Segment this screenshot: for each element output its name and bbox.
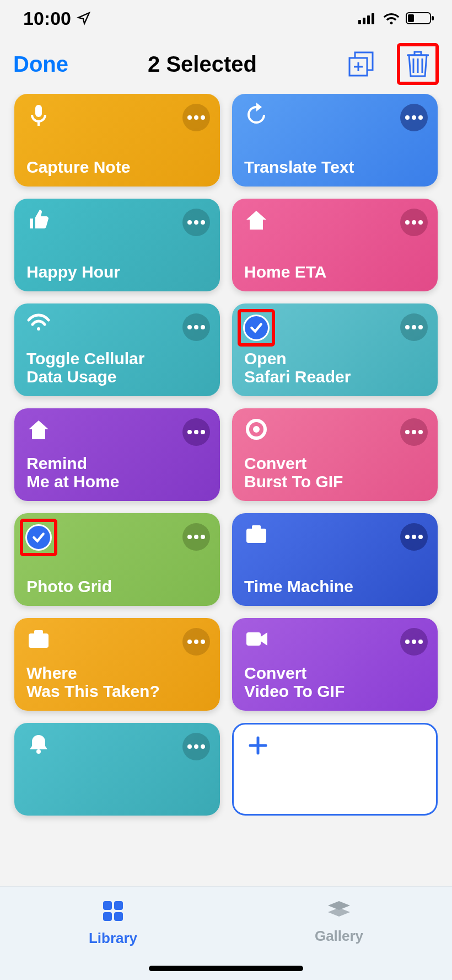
svg-rect-30	[103, 901, 112, 910]
nav-title: 2 Selected	[57, 52, 347, 77]
svg-rect-32	[103, 912, 112, 921]
svg-rect-1	[363, 18, 365, 24]
shortcut-tile[interactable]: Where Was This Taken?	[14, 618, 220, 711]
trash-icon	[406, 49, 430, 77]
tile-title: Translate Text	[244, 158, 426, 177]
thumb-icon	[26, 207, 51, 232]
shortcut-tile[interactable]: Open Safari Reader	[232, 303, 438, 396]
selection-check[interactable]	[238, 309, 275, 347]
tile-title: Convert Video To GIF	[244, 664, 426, 701]
shortcut-tile[interactable]: Convert Video To GIF	[232, 618, 438, 711]
camera-icon	[244, 522, 268, 546]
video-icon	[244, 627, 268, 651]
shortcut-tile[interactable]: Capture Note	[14, 94, 220, 187]
tile-title: Capture Note	[26, 158, 208, 177]
svg-rect-22	[252, 525, 261, 530]
tile-more-button[interactable]	[182, 313, 210, 341]
tile-more-button[interactable]	[182, 523, 210, 551]
tile-more-button[interactable]	[182, 628, 210, 656]
tile-title: Convert Burst To GIF	[244, 454, 426, 491]
add-to-folder-button[interactable]	[347, 50, 375, 78]
cellular-icon	[358, 12, 377, 24]
delete-button[interactable]	[397, 43, 439, 85]
folder-plus-icon	[347, 50, 375, 78]
tile-more-button[interactable]	[400, 418, 428, 446]
tile-more-button[interactable]	[182, 733, 210, 760]
mic-icon	[26, 103, 51, 127]
shortcut-tile[interactable]: Happy Hour	[14, 199, 220, 291]
location-icon	[77, 11, 91, 25]
svg-point-27	[36, 749, 41, 754]
tile-more-button[interactable]	[400, 313, 428, 341]
tile-title: Where Was This Taken?	[26, 664, 208, 701]
tile-more-button[interactable]	[400, 209, 428, 236]
tab-library-label: Library	[89, 930, 137, 947]
tile-more-button[interactable]	[400, 628, 428, 656]
svg-point-19	[253, 426, 260, 433]
tile-more-button[interactable]	[182, 209, 210, 236]
svg-rect-20	[246, 529, 266, 543]
tile-title: Open Safari Reader	[244, 349, 426, 386]
wifi-icon	[383, 12, 400, 25]
selection-check[interactable]	[20, 519, 57, 556]
home-icon	[244, 207, 268, 232]
shortcut-tile[interactable]: Translate Text	[232, 94, 438, 187]
tile-more-button[interactable]	[182, 418, 210, 446]
tile-title: Home ETA	[244, 263, 426, 281]
svg-rect-3	[372, 13, 374, 24]
target-icon	[244, 417, 268, 441]
shortcut-tile[interactable]: Convert Burst To GIF	[232, 408, 438, 501]
svg-rect-0	[358, 20, 361, 24]
shortcuts-grid-container: Capture NoteTranslate TextHappy HourHome…	[0, 94, 452, 886]
status-bar: 10:00	[0, 0, 452, 36]
check-icon	[31, 530, 46, 545]
svg-rect-15	[35, 105, 42, 117]
svg-rect-23	[29, 633, 49, 648]
tile-title: Happy Hour	[26, 263, 208, 281]
svg-rect-25	[34, 630, 43, 635]
home-indicator[interactable]	[149, 966, 303, 971]
tile-title: Remind Me at Home	[26, 454, 208, 491]
shortcut-tile[interactable]	[14, 723, 220, 816]
library-icon	[101, 899, 125, 923]
svg-rect-2	[367, 15, 370, 24]
svg-rect-5	[408, 14, 414, 22]
bell-icon	[26, 732, 51, 756]
shortcut-tile[interactable]: Photo Grid	[14, 513, 220, 606]
plus-icon	[246, 733, 270, 758]
wifi-icon	[26, 312, 51, 332]
svg-point-17	[37, 327, 40, 331]
tile-more-button[interactable]	[400, 104, 428, 131]
tile-more-button[interactable]	[182, 104, 210, 131]
svg-rect-33	[114, 912, 123, 921]
shortcut-tile[interactable]: Time Machine	[232, 513, 438, 606]
svg-rect-6	[432, 16, 434, 20]
tile-title: Toggle Cellular Data Usage	[26, 349, 208, 386]
add-shortcut-tile[interactable]	[232, 723, 438, 816]
gallery-icon	[326, 899, 352, 921]
svg-rect-31	[114, 901, 123, 910]
tile-title: Photo Grid	[26, 577, 208, 596]
home-icon	[26, 417, 51, 441]
status-time-text: 10:00	[23, 8, 71, 29]
shortcut-tile[interactable]: Toggle Cellular Data Usage	[14, 303, 220, 396]
svg-rect-26	[246, 632, 261, 646]
battery-icon	[406, 12, 434, 25]
tab-gallery-label: Gallery	[315, 928, 363, 945]
shortcut-tile[interactable]: Home ETA	[232, 199, 438, 291]
shortcut-tile[interactable]: Remind Me at Home	[14, 408, 220, 501]
tile-more-button[interactable]	[400, 523, 428, 551]
navigation-bar: Done 2 Selected	[0, 36, 452, 92]
sync-icon	[244, 103, 268, 127]
check-icon	[249, 321, 263, 335]
status-time: 10:00	[23, 8, 91, 29]
camera-icon	[26, 627, 51, 651]
shortcuts-grid: Capture NoteTranslate TextHappy HourHome…	[14, 94, 438, 816]
tile-title: Time Machine	[244, 577, 426, 596]
